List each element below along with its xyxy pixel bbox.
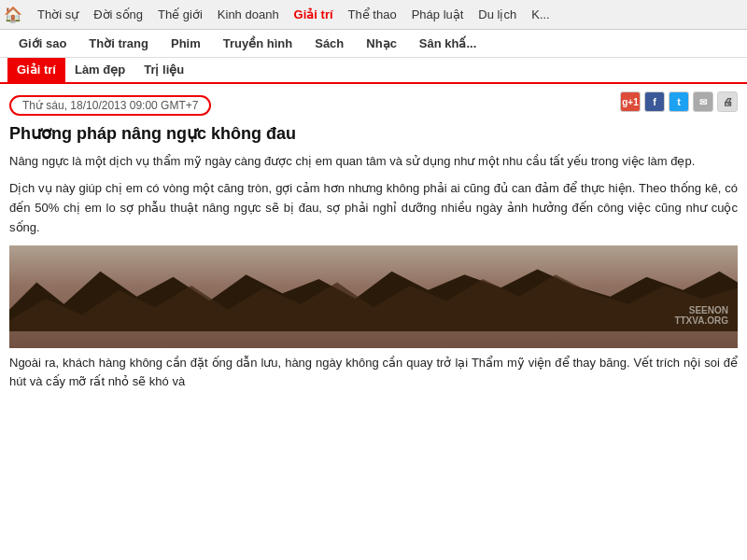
tab-trilieu[interactable]: Trị liệu <box>134 58 193 82</box>
print-button[interactable]: 🖨 <box>717 91 738 112</box>
paragraph-3: Ngoài ra, khách hàng không cần đặt ống d… <box>9 354 738 393</box>
subnav-sach[interactable]: Sách <box>303 30 355 58</box>
nav-item-thegioi[interactable]: Thế giới <box>150 0 210 30</box>
email-button[interactable]: ✉ <box>693 91 713 112</box>
nav-item-phapluat[interactable]: Pháp luật <box>404 0 472 30</box>
facebook-button[interactable]: f <box>644 91 665 112</box>
twitter-button[interactable]: t <box>669 91 689 112</box>
article-body-after-image: Ngoài ra, khách hàng không cần đặt ống d… <box>9 354 738 393</box>
article-title: Phương pháp nâng ngực không đau <box>9 123 738 145</box>
subnav-truyenhinh[interactable]: Truyền hình <box>212 30 303 58</box>
nav-item-giaitri[interactable]: Giải trí <box>287 0 341 30</box>
article-body: Nâng ngực là một dịch vụ thẩm mỹ ngày cà… <box>9 152 738 237</box>
tab-lamdep[interactable]: Làm đẹp <box>65 58 134 82</box>
subnav-sankhau[interactable]: Sân khấ... <box>408 30 487 58</box>
subnav-thoitrang[interactable]: Thời trang <box>78 30 160 58</box>
google-plus-button[interactable]: g+1 <box>620 91 641 112</box>
watermark: SEENON TTXVA.ORG <box>674 305 728 326</box>
subnav-gioIsao[interactable]: Giới sao <box>7 30 78 58</box>
nav-item-doisong[interactable]: Đời sống <box>86 0 150 30</box>
nav-item-thethao[interactable]: Thể thao <box>341 0 404 30</box>
home-icon[interactable]: 🏠 <box>4 6 22 23</box>
tab-giaitri[interactable]: Giải trí <box>7 58 65 82</box>
article-date: Thứ sáu, 18/10/2013 09:00 GMT+7 <box>9 95 211 116</box>
nav-item-dulich[interactable]: Du lịch <box>471 0 524 30</box>
top-navigation: 🏠 Thời sự Đời sống Thế giới Kinh doanh G… <box>0 0 747 30</box>
article-image: SEENON TTXVA.ORG <box>9 245 738 348</box>
subnav-nhac[interactable]: Nhạc <box>355 30 408 58</box>
nav-item-thoisu[interactable]: Thời sự <box>30 0 86 30</box>
image-inner: SEENON TTXVA.ORG <box>9 245 738 348</box>
sub-navigation: Giải trí Làm đẹp Trị liệu <box>0 58 747 84</box>
nav-item-other[interactable]: K... <box>524 0 557 30</box>
social-share-buttons: g+1 f t ✉ 🖨 <box>620 91 738 112</box>
nav-item-kinhdoanh[interactable]: Kinh doanh <box>210 0 287 30</box>
paragraph-2: Dịch vụ này giúp chị em có vòng một căng… <box>9 179 738 237</box>
paragraph-1: Nâng ngực là một dịch vụ thẩm mỹ ngày cà… <box>9 152 738 172</box>
second-navigation: Giới sao Thời trang Phim Truyền hình Sác… <box>0 30 747 58</box>
subnav-phim[interactable]: Phim <box>160 30 212 58</box>
article-content: g+1 f t ✉ 🖨 Thứ sáu, 18/10/2013 09:00 GM… <box>0 84 747 407</box>
